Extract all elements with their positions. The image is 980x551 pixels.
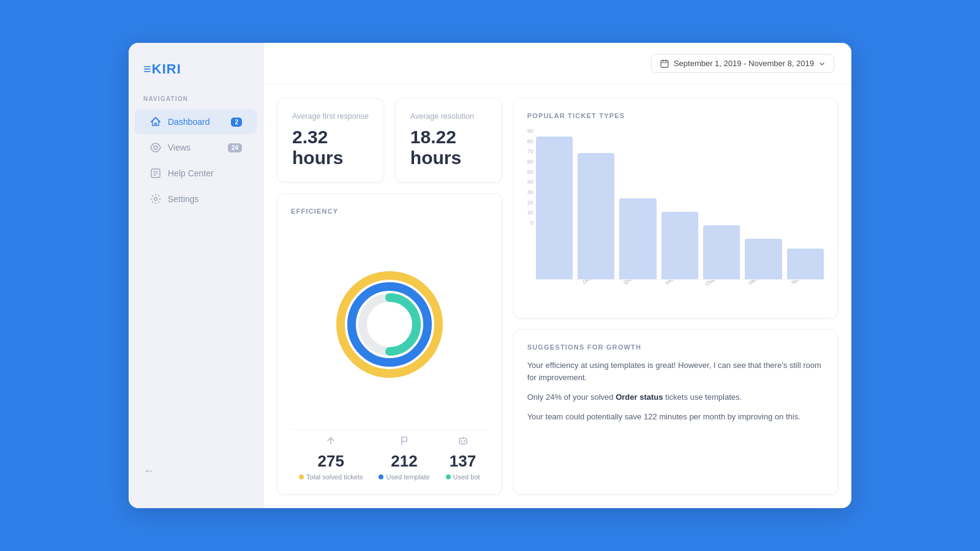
bar-col-3 [662,128,698,279]
x-label-0: Other [536,280,578,301]
logo-text: ≡KIRI [143,61,181,77]
main-header: September 1, 2019 - November 8, 2019 [263,43,851,84]
main-content: September 1, 2019 - November 8, 2019 Ave… [263,43,851,508]
order-status-bold: Order status [616,392,663,402]
dashboard-icon [149,116,162,128]
used-template-label: Used template [386,473,429,481]
date-picker[interactable]: September 1, 2019 - November 8, 2019 [651,54,834,73]
calendar-icon [660,59,669,68]
metrics-row: Average first response 2.32 hours Averag… [277,98,502,182]
efficiency-card: EFFICIENCY [277,193,502,495]
efficiency-title: EFFICIENCY [291,208,488,215]
resolution-card: Average resolution 18.22 hours [395,98,502,182]
app-container: ≡KIRI NAVIGATION Dashboard 2 [129,43,851,508]
x-label-5: Other questi... [745,280,787,301]
bar-1 [578,153,614,279]
used-bot-legend: Used bot [446,473,480,481]
y-tick-60: 60 [527,159,533,165]
svg-point-0 [154,146,157,149]
x-label-6: Technical is... [787,280,824,301]
bar-col-6 [787,128,824,279]
x-label-3: Info about o... [662,280,704,301]
nav-items: Dashboard 2 Views 24 [129,108,263,452]
stats-row: 275 Total solved tickets [291,429,488,481]
bar-col-4 [703,128,740,279]
chart-title: POPULAR TICKET TYPES [527,112,824,119]
first-response-label: Average first response [292,112,369,121]
y-tick-70: 70 [527,148,533,154]
arrow-icon [326,436,336,448]
logo: ≡KIRI [129,61,263,96]
suggestions-card: SUGGESTIONS FOR GROWTH Your efficiency a… [513,329,838,495]
settings-label: Settings [168,194,199,204]
total-solved-value: 275 [318,452,344,471]
bar-4 [703,225,740,279]
efficiency-donut [328,263,451,386]
svg-rect-18 [459,438,467,444]
chevron-down-icon [819,61,825,67]
resolution-label: Average resolution [410,112,487,121]
sidebar-item-help-center[interactable]: Help Center [135,161,257,186]
left-column: Average first response 2.32 hours Averag… [277,98,502,495]
dashboard-label: Dashboard [168,117,210,127]
stat-used-template: 212 Used template [379,436,429,481]
y-tick-90: 90 [527,128,533,134]
donut-container [291,220,488,429]
used-bot-label: Used bot [453,473,480,481]
sidebar-item-views[interactable]: Views 24 [135,135,257,160]
x-label-4: Change order... [703,280,745,301]
total-solved-legend: Total solved tickets [299,473,363,481]
first-response-card: Average first response 2.32 hours [277,98,384,182]
bar-6 [787,249,824,279]
bar-0 [536,137,573,279]
bar-col-0 [536,128,573,279]
sidebar: ≡KIRI NAVIGATION Dashboard 2 [129,43,263,508]
views-badge: 24 [228,143,242,152]
views-icon [149,141,162,154]
help-center-label: Help Center [168,168,214,178]
bar-3 [662,212,698,279]
date-range-label: September 1, 2019 - November 8, 2019 [674,59,814,68]
suggestion-1: Your efficiency at using templates is gr… [527,359,824,384]
svg-rect-21 [464,440,465,442]
svg-point-5 [154,198,157,201]
y-tick-50: 50 [527,169,533,175]
y-tick-20: 20 [527,200,533,206]
chart-area: 90 80 70 60 50 40 30 20 10 0 [527,128,824,304]
resolution-value: 18.22 hours [410,127,487,168]
content-grid: Average first response 2.32 hours Averag… [263,84,851,508]
help-icon [149,167,162,179]
bar-2 [619,198,656,279]
x-label-1: Order status [578,280,620,301]
total-solved-label: Total solved tickets [306,473,363,481]
first-response-value: 2.32 hours [292,127,369,168]
used-bot-dot [446,474,451,479]
bars-columns [536,128,824,280]
bar-col-1 [578,128,614,279]
y-tick-30: 30 [527,189,533,195]
bar-5 [745,239,782,279]
sidebar-bottom: ← [129,452,263,490]
back-arrow[interactable]: ← [143,465,154,477]
total-solved-dot [299,474,304,479]
used-bot-value: 137 [450,452,476,471]
bar-col-2 [619,128,656,279]
suggestion-2: Only 24% of your solved Order status tic… [527,391,824,403]
suggestion-3: Your team could potentially save 122 min… [527,411,824,423]
views-label: Views [168,143,190,152]
stat-used-bot: 137 Used bot [446,436,480,481]
used-template-value: 212 [391,452,417,471]
settings-icon [149,193,162,205]
x-labels: OtherOrder statusQuality or q...Info abo… [536,280,824,304]
bot-icon [458,436,468,448]
sidebar-item-settings[interactable]: Settings [135,187,257,211]
svg-rect-6 [661,61,668,67]
svg-rect-20 [461,440,462,442]
y-tick-10: 10 [527,209,533,216]
bar-col-5 [745,128,782,279]
suggestions-title: SUGGESTIONS FOR GROWTH [527,343,824,351]
y-tick-0: 0 [527,220,533,226]
popular-tickets-card: POPULAR TICKET TYPES 90 80 70 60 50 40 3… [513,98,838,318]
sidebar-item-dashboard[interactable]: Dashboard 2 [135,110,257,134]
right-column: POPULAR TICKET TYPES 90 80 70 60 50 40 3… [513,98,838,495]
